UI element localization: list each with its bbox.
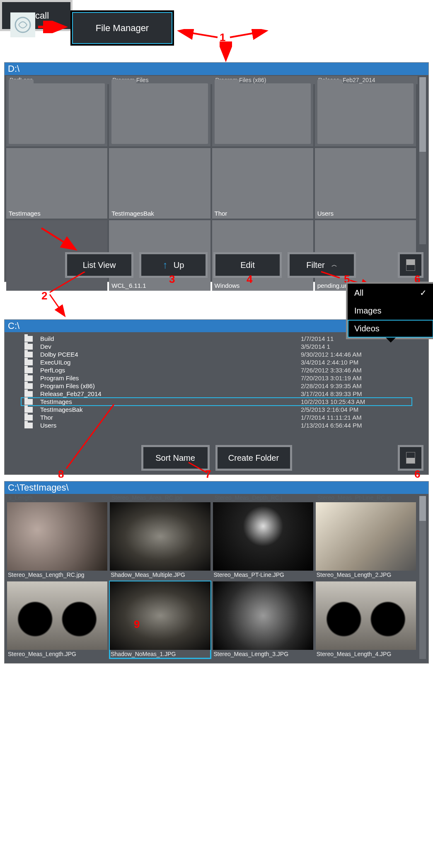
menu-pointer-icon [386, 338, 396, 343]
filter-images[interactable]: Images [348, 302, 433, 320]
filter-menu: All ✓ Images Videos [346, 282, 433, 339]
grid-scroll-thumb[interactable] [419, 77, 426, 152]
folder-name: Users [317, 210, 334, 217]
image-tile[interactable]: Stereo_Meas_Length_RC.jpg [7, 502, 107, 579]
list-row[interactable]: Dev3/5/2014 1 [21, 343, 412, 350]
callout-6b: 6 [414, 468, 420, 481]
callout-9: 9 [134, 618, 140, 631]
image-tile[interactable]: Shadow_Meas_Multiple.JPG [110, 502, 210, 579]
half-view-icon [406, 259, 415, 271]
up-label: Up [174, 260, 184, 270]
create-folder-label: Create Folder [228, 453, 279, 463]
arrow-thumb-to-listview [39, 226, 81, 259]
image-caption: Stereo_Meas_Length.JPG [7, 650, 107, 658]
svg-line-4 [230, 31, 265, 37]
thumbnail-icon [213, 581, 313, 650]
list-item-date: 2/28/2014 9:39:35 AM [301, 382, 409, 389]
filter-all[interactable]: All ✓ [348, 284, 433, 302]
list-row[interactable]: Release_Feb27_20143/17/2014 8:39:33 PM [21, 390, 412, 398]
list-item-name: ExecUILog [40, 359, 301, 366]
list-item-name: Build [40, 335, 301, 342]
folder-tile[interactable]: Release_Feb27_2014 [315, 76, 416, 146]
list-item-date: 3/17/2014 8:39:33 PM [301, 390, 409, 397]
folder-icon [24, 360, 33, 365]
edit-label: Edit [240, 260, 254, 270]
svg-line-3 [180, 31, 218, 37]
arrow-2 [48, 272, 97, 321]
list-row[interactable]: Dolby PCEE49/30/2012 1:44:46 AM [21, 350, 412, 358]
list-item-name: Program Files [40, 374, 301, 382]
prev-row-caption: Stereo_Meas_Area_RC.jpg [110, 494, 210, 501]
path-d: D:\ [5, 63, 428, 75]
image-caption: Stereo_Meas_Length_3.JPG [213, 650, 313, 658]
folder-tile[interactable]: Program Files (x86) [212, 76, 313, 146]
create-folder-button[interactable]: Create Folder [215, 445, 292, 471]
list-row[interactable]: PerfLogs7/26/2012 3:33:46 AM [21, 366, 412, 374]
folder-icon [24, 407, 33, 413]
grid-scroll-track[interactable] [419, 77, 426, 244]
path-testimages: C:\TestImages\ [5, 481, 428, 494]
svg-line-7 [50, 272, 85, 292]
folder-tile[interactable]: TestImagesBak [109, 148, 210, 219]
img-scroll-thumb[interactable] [419, 496, 426, 521]
image-tile[interactable]: Shadow_NoMeas_1.JPG [110, 581, 210, 658]
image-caption: Shadow_Meas_Multiple.JPG [110, 571, 210, 579]
arrow-8 [64, 402, 118, 485]
arrow-1-to-recall [228, 29, 269, 41]
image-tile[interactable]: Stereo_Meas_PT-Line.JPG [213, 502, 313, 579]
folder-tile[interactable]: Users [315, 148, 416, 219]
image-tile[interactable]: Stereo_Meas_Length_2.JPG [316, 502, 416, 579]
folder-tile[interactable]: Thor [212, 148, 313, 219]
image-caption: Shadow_NoMeas_1.JPG [110, 650, 210, 658]
svg-line-11 [66, 404, 114, 469]
folder-icon [24, 423, 33, 428]
list-item-date: 3/5/2014 1 [301, 343, 409, 350]
folder-icon [24, 415, 33, 421]
thumbnail-icon [7, 502, 107, 571]
list-item-date: 7/26/2012 3:33:46 AM [301, 367, 409, 374]
image-caption: Stereo_Meas_Length_2.JPG [316, 571, 416, 579]
image-tile[interactable]: Stereo_Meas_Length_3.JPG [213, 581, 313, 658]
file-manager-button[interactable]: File Manager [70, 10, 174, 46]
folder-icon [24, 399, 33, 405]
svg-line-8 [50, 294, 64, 315]
folder-tile[interactable]: PerfLogs [6, 76, 107, 146]
folder-tile[interactable]: Program Files [109, 76, 210, 146]
arrow-7 [186, 460, 211, 477]
list-row[interactable]: ExecUILog3/4/2014 2:44:10 PM [21, 358, 412, 366]
arrow-1-down [220, 41, 232, 64]
list-item-date: 7/20/2013 3:01:19 AM [301, 374, 409, 382]
prev-row-caption: Stereo_Meas_Pt-Line_RC.jp [316, 494, 416, 501]
list-row[interactable]: Program Files (x86)2/28/2014 9:39:35 AM [21, 382, 412, 390]
folder-name: TestImagesBak [111, 210, 154, 217]
thumbnail-icon [110, 502, 210, 571]
image-caption: Stereo_Meas_PT-Line.JPG [213, 571, 313, 579]
callout-3: 3 [169, 273, 175, 286]
list-item-name: PerfLogs [40, 367, 301, 374]
filter-images-label: Images [354, 306, 382, 316]
filter-videos[interactable]: Videos [348, 320, 433, 338]
folder-name: WCL_6.11.1 [111, 282, 146, 289]
image-tile[interactable]: Stereo_Meas_Length_4.JPG [316, 581, 416, 658]
list-row[interactable]: Program Files7/20/2013 3:01:19 AM [21, 374, 412, 382]
filter-videos-label: Videos [354, 324, 380, 333]
folder-name: Windows [215, 282, 240, 289]
arrow-5 [319, 270, 344, 282]
image-tile[interactable]: Stereo_Meas_Length.JPG [7, 581, 107, 658]
half-view-icon [406, 452, 415, 464]
ge-logo-icon [10, 12, 35, 37]
prev-row-caption: Stereo_Meas_Depth_RC.j [213, 494, 313, 501]
half-view-button-bottom[interactable] [398, 445, 423, 471]
folder-tile[interactable]: TestImages [6, 148, 107, 219]
svg-line-9 [321, 272, 340, 278]
folder-icon [24, 383, 33, 389]
filter-label: Filter [306, 260, 324, 270]
list-item-name: Dev [40, 343, 301, 350]
folder-name: Thor [215, 210, 227, 217]
callout-8: 8 [58, 468, 64, 481]
filter-all-label: All [354, 288, 363, 298]
thumbnail-icon [316, 502, 416, 571]
callout-4: 4 [247, 273, 252, 286]
img-scroll-track[interactable] [419, 496, 426, 659]
thumbnail-icon [316, 581, 416, 650]
